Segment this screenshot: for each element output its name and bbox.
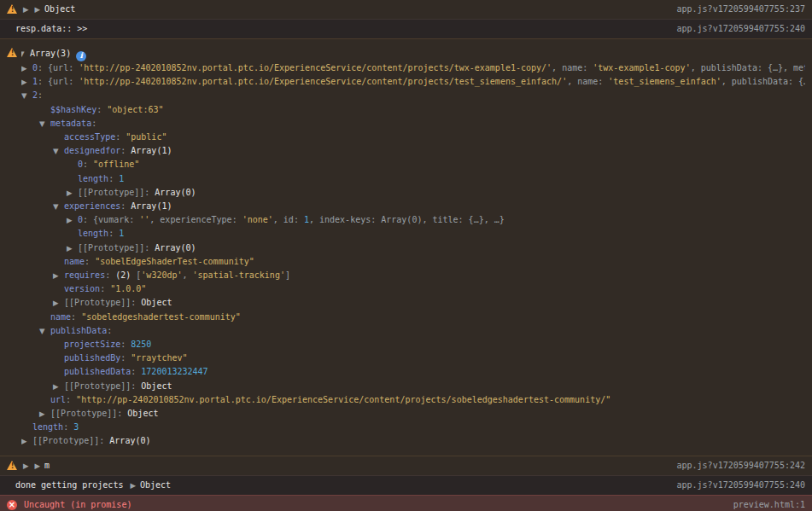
error-row-uncaught: Uncaught (in promise)preview.html:1	[0, 495, 812, 511]
source-link[interactable]: app.js?v1720599407755:237	[668, 3, 805, 15]
object-label: Object	[140, 480, 171, 490]
tree-row: ▶0: {url: 'http://pp-2402010852nv.portal…	[21, 61, 805, 75]
error-icon	[7, 500, 17, 510]
message-content: done getting projects ▶Object	[7, 479, 668, 491]
source-link[interactable]: app.js?v1720599407755:240	[668, 23, 805, 35]
expand-arrow[interactable]: ▶	[23, 3, 29, 15]
info-icon[interactable]	[76, 51, 86, 61]
warn-icon	[7, 48, 18, 58]
source-link[interactable]: app.js?v1720599407755:242	[668, 460, 805, 472]
expand-arrow[interactable]: ▶	[35, 3, 41, 15]
muted-text: , name:	[567, 77, 608, 86]
property-key: experiences	[64, 201, 120, 211]
muted-text: , id:	[273, 215, 304, 224]
expand-arrow[interactable]: ▶	[53, 269, 64, 282]
string-value: "sobelEdgeShaderTest-community"	[95, 257, 254, 266]
message-content: resp.data:: >>	[7, 23, 668, 35]
collapse-arrow[interactable]: ▼	[21, 47, 30, 61]
tree-row: ▶1: {url: 'http://pp-2402010852nv.portal…	[21, 75, 805, 89]
muted-text: : {vumark:	[83, 215, 139, 224]
collapse-arrow[interactable]: ▼	[39, 324, 50, 338]
message-content: ▶▶m	[21, 460, 668, 472]
tree-row: length: 1	[21, 172, 805, 186]
expand-arrow[interactable]: ▶	[67, 213, 78, 227]
expand-arrow[interactable]: ▶	[21, 61, 32, 75]
expand-arrow[interactable]: ▶	[23, 460, 29, 472]
expand-arrow[interactable]: ▶	[67, 186, 78, 200]
string-value: 'none'	[242, 215, 273, 224]
tree-row: $$hashKey: "object:63"	[21, 103, 805, 117]
tree-row: ▶[[Prototype]]: Array(0)	[21, 186, 805, 200]
property-key: length	[78, 174, 108, 183]
source-link[interactable]: preview.html:1	[725, 499, 805, 511]
muted-text: [[Prototype]]	[78, 243, 144, 253]
tree-row: ▶[[Prototype]]: Array(0)	[21, 434, 805, 448]
expand-arrow[interactable]: ▶	[130, 479, 136, 491]
expand-arrow[interactable]: ▶	[21, 434, 32, 448]
collapse-arrow[interactable]: ▼	[39, 117, 50, 131]
tree-row: ▶requires: (2) ['w320dp', 'spatial-track…	[21, 269, 805, 282]
muted-text: , publishData: {…}, metadata: {…}, $	[721, 77, 805, 86]
object-label: (2)	[115, 270, 136, 280]
property-key: name	[50, 312, 71, 322]
expand-arrow[interactable]: ▶	[21, 75, 32, 89]
object-label: Array(1)	[131, 146, 172, 155]
tree-row: ▶[[Prototype]]: Object	[21, 296, 805, 310]
tree-row: ▼experiences: Array(1)	[21, 200, 805, 213]
tree-row: name: "sobelEdgeShaderTest-community"	[21, 255, 805, 269]
tree-row: 0: "offline"	[21, 158, 805, 171]
muted-text: ]	[285, 270, 290, 280]
tree-row: ▼designedfor: Array(1)	[21, 144, 805, 158]
string-value: 'http://pp-2402010852nv.portal.ptc.io/Ex…	[79, 77, 567, 86]
muted-text: :	[96, 105, 107, 114]
number-value: 3	[73, 422, 79, 432]
tree-row: name: "sobeledgeshadertest-community"	[21, 311, 805, 324]
object-label: resp.data:: >>	[15, 24, 87, 33]
expand-arrow[interactable]: ▶	[67, 241, 78, 255]
property-key: publishedData	[64, 367, 131, 376]
number-value: 8250	[131, 340, 151, 349]
property-key: length	[78, 229, 108, 238]
muted-text: , index-keys: Array(0), title: {…}, …}	[309, 215, 505, 224]
expand-arrow[interactable]: ▶	[39, 407, 50, 421]
property-key: publishData	[50, 326, 107, 335]
tree-row: projectSize: 8250	[21, 338, 805, 351]
expand-arrow[interactable]: ▶	[53, 380, 64, 393]
string-value: 'twx-example1-copy'	[593, 63, 690, 73]
muted-text: :	[108, 174, 119, 183]
property-key: version	[64, 284, 100, 293]
error-message-text: Uncaught (in promise)	[24, 500, 131, 509]
muted-text: [[Prototype]]	[78, 188, 144, 197]
warn-row-m: ▶▶mapp.js?v1720599407755:242	[0, 456, 812, 475]
tree-row: ▶[[Prototype]]: Object	[21, 407, 805, 421]
muted-text: :	[120, 201, 131, 211]
number-value: 1	[119, 229, 124, 238]
collapse-arrow[interactable]: ▼	[53, 144, 64, 158]
muted-text: :	[63, 422, 73, 432]
object-label: Array(0)	[155, 188, 196, 197]
collapse-arrow[interactable]: ▼	[53, 200, 64, 213]
object-label: done getting projects	[15, 480, 128, 490]
object-label: Array(0)	[155, 243, 196, 253]
muted-text: ,	[183, 270, 193, 280]
tree-row: publishedBy: "rraytchev"	[21, 351, 805, 365]
object-label: Object	[44, 4, 75, 14]
property-key: url	[50, 395, 66, 404]
muted-text: :	[144, 188, 155, 197]
expand-arrow[interactable]: ▶	[35, 460, 41, 472]
muted-text: :	[115, 132, 126, 142]
source-link[interactable]: app.js?v1720599407755:240	[668, 479, 805, 491]
muted-text: , name:	[552, 63, 593, 73]
property-key: publishedBy	[64, 353, 120, 363]
muted-text: :	[131, 298, 141, 307]
tree-row: length: 1	[21, 227, 805, 241]
property-key: name	[64, 257, 85, 266]
string-value: ''	[139, 215, 149, 224]
object-label: Object	[127, 409, 158, 418]
log-row-done-getting-projects: done getting projects ▶Objectapp.js?v172…	[0, 475, 812, 495]
property-key: length	[32, 422, 63, 432]
tree-row: version: "1.0.0"	[21, 282, 805, 296]
log-row-resp-data: resp.data:: >>app.js?v1720599407755:240	[0, 19, 812, 38]
collapse-arrow[interactable]: ▼	[21, 89, 32, 102]
expand-arrow[interactable]: ▶	[53, 296, 64, 310]
